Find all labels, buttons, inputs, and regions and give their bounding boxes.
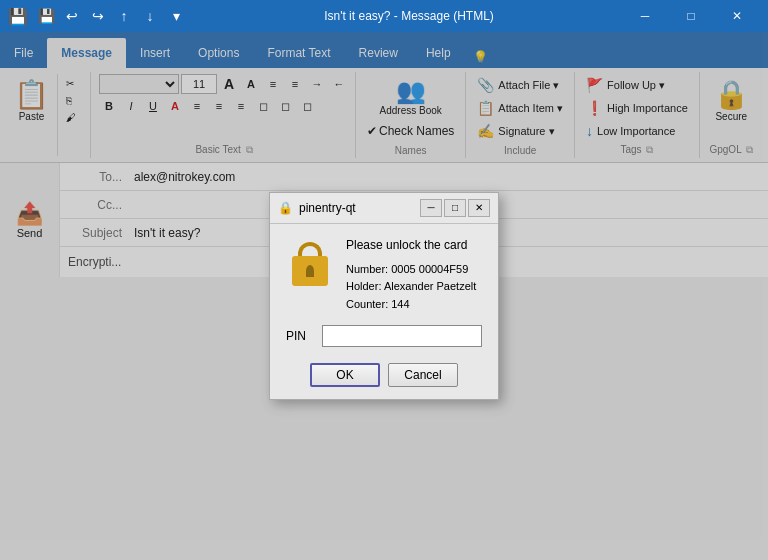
redo-button[interactable]: ↪: [86, 4, 110, 28]
undo-button[interactable]: ↩: [60, 4, 84, 28]
lock-body: [292, 256, 328, 286]
title-bar: 💾 💾 ↩ ↪ ↑ ↓ ▾ Isn't it easy? - Message (…: [0, 0, 768, 32]
dialog-body: Please unlock the card Number: 0005 0000…: [270, 224, 498, 326]
dialog-maximize-button[interactable]: □: [444, 199, 466, 217]
lock-keyhole: [306, 265, 314, 277]
window-controls: ─ □ ✕: [622, 0, 760, 32]
pin-label: PIN: [286, 329, 314, 343]
cancel-button[interactable]: Cancel: [388, 363, 458, 387]
quick-access-toolbar: 💾 ↩ ↪ ↑ ↓ ▾: [34, 4, 188, 28]
dialog-minimize-button[interactable]: ─: [420, 199, 442, 217]
card-holder: Holder: Alexander Paetzelt: [346, 278, 476, 296]
ok-button[interactable]: OK: [310, 363, 380, 387]
dialog-info: Please unlock the card Number: 0005 0000…: [346, 236, 476, 314]
dialog-close-button[interactable]: ✕: [468, 199, 490, 217]
pin-row: PIN: [270, 325, 498, 355]
app-icon: 💾: [8, 7, 28, 26]
lock-illustration: [286, 236, 334, 292]
card-number: Number: 0005 00004F59: [346, 261, 476, 279]
down-button[interactable]: ↓: [138, 4, 162, 28]
dialog-title-text: pinentry-qt: [299, 201, 414, 215]
close-button[interactable]: ✕: [714, 0, 760, 32]
dialog-lock-icon: 🔒: [278, 201, 293, 215]
pin-input[interactable]: [322, 325, 482, 347]
dialog-buttons: OK Cancel: [270, 355, 498, 399]
maximize-button[interactable]: □: [668, 0, 714, 32]
lock-shackle: [298, 242, 322, 256]
pinentry-dialog: 🔒 pinentry-qt ─ □ ✕ Please unlock the ca…: [269, 192, 499, 401]
dialog-title-bar: 🔒 pinentry-qt ─ □ ✕: [270, 193, 498, 224]
dialog-heading: Please unlock the card: [346, 236, 476, 255]
minimize-button[interactable]: ─: [622, 0, 668, 32]
customize-button[interactable]: ▾: [164, 4, 188, 28]
window-title: Isn't it easy? - Message (HTML): [196, 9, 622, 23]
card-counter: Counter: 144: [346, 296, 476, 314]
save-button[interactable]: 💾: [34, 4, 58, 28]
up-button[interactable]: ↑: [112, 4, 136, 28]
modal-overlay: 🔒 pinentry-qt ─ □ ✕ Please unlock the ca…: [0, 32, 768, 560]
dialog-window-controls: ─ □ ✕: [420, 199, 490, 217]
